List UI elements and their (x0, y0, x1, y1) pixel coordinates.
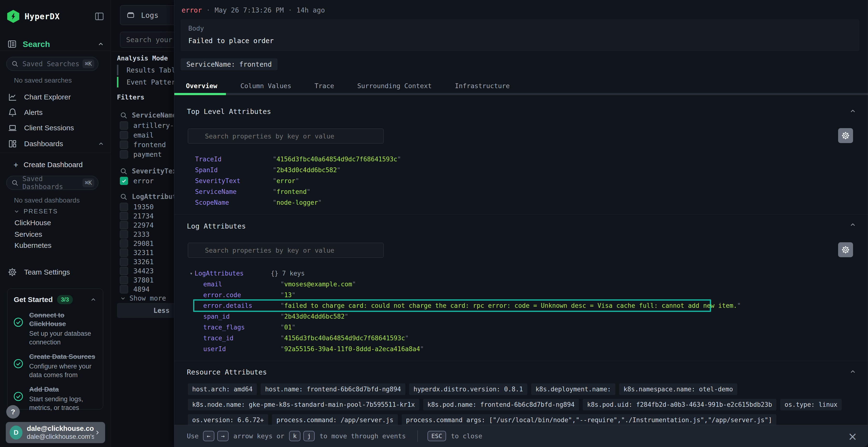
checkbox-checked[interactable] (120, 177, 128, 185)
chevron-up-icon[interactable] (849, 221, 857, 228)
attribute-key[interactable]: error.details (203, 302, 280, 309)
attribute-key[interactable]: email (203, 281, 280, 288)
sidebar-item-alerts[interactable]: Alerts (0, 105, 111, 120)
attribute-value[interactable]: 2b43d0c4dd6bc582 (280, 313, 348, 320)
attribute-key[interactable]: LogAttributes (194, 270, 271, 277)
gear-icon[interactable] (838, 242, 853, 257)
saved-searches-input[interactable]: Saved Searches ⌘K (6, 57, 98, 71)
get-started-item[interactable]: Add Data Start sending logs, metrics, or… (7, 381, 103, 414)
checkbox[interactable] (120, 203, 128, 211)
attribute-row[interactable]: trace_id4156d3fbc40a64854d9dc7f68641593c (188, 333, 851, 343)
checkbox[interactable] (120, 248, 128, 257)
chevron-up-icon[interactable] (849, 107, 857, 115)
filter-group-severitytext[interactable]: SeverityText (120, 167, 181, 175)
filter-option-error[interactable]: error (120, 177, 154, 185)
preset-clickhouse[interactable]: ClickHouse (14, 219, 51, 227)
checkbox[interactable] (120, 141, 128, 149)
resource-tag[interactable]: k8s.namespace.name: otel-demo (619, 383, 737, 395)
checkbox[interactable] (120, 212, 128, 220)
filter-option[interactable]: 2333 (120, 230, 150, 238)
resource-tag[interactable]: k8s.pod.name: frontend-6b6c8d7bfd-ng894 (423, 399, 579, 410)
presets-toggle[interactable]: PRESETS (13, 208, 58, 215)
sidebar-item-client-sessions[interactable]: Client Sessions (0, 121, 111, 135)
collapse-sidebar-icon[interactable] (94, 11, 104, 22)
attribute-key[interactable]: trace_flags (203, 324, 280, 331)
scrollbar-track[interactable] (867, 0, 868, 425)
team-settings-button[interactable]: Team Settings (0, 265, 111, 279)
chevron-up-icon[interactable] (90, 296, 97, 303)
sidebar-section-search[interactable]: Search (7, 38, 104, 50)
attribute-row[interactable]: SeverityTexterror (188, 175, 851, 186)
checkbox[interactable] (120, 230, 128, 238)
attribute-value[interactable]: 4156d3fbc40a64854d9dc7f68641593c (273, 156, 401, 163)
attribute-row[interactable]: userId92a55156-39a4-11f0-8ddd-a2eca416a8… (188, 343, 851, 354)
get-started-item[interactable]: Connect to ClickHouse Set up your databa… (7, 307, 103, 348)
show-more-button[interactable]: Show more (120, 294, 166, 302)
tab-surrounding-context[interactable]: Surrounding Context (357, 82, 432, 90)
attribute-value[interactable]: frontend (273, 188, 311, 195)
filter-option[interactable]: 37801 (120, 276, 154, 284)
tab-trace[interactable]: Trace (314, 82, 334, 90)
checkbox[interactable] (120, 239, 128, 248)
attribute-key[interactable]: ScopeName (195, 199, 273, 206)
filter-option[interactable]: 19350 (120, 203, 154, 211)
attribute-key[interactable]: error.code (203, 291, 280, 299)
resource-tag[interactable]: host.arch: amd64 (188, 383, 257, 395)
checkbox[interactable] (120, 122, 128, 130)
attribute-key[interactable]: ServiceName (195, 188, 273, 195)
checkbox[interactable] (120, 150, 128, 159)
filter-option[interactable]: payment (120, 150, 162, 159)
checkbox[interactable] (120, 258, 128, 266)
top-level-search-input[interactable] (188, 129, 383, 143)
service-name-tag[interactable]: ServiceName: frontend (181, 58, 278, 70)
tree-root-row[interactable]: ▾ LogAttributes {} 7 keys (188, 268, 851, 279)
resource-tag[interactable]: os.type: linux (780, 399, 842, 410)
resource-tag[interactable]: os.version: 6.6.72+ (188, 414, 268, 426)
filter-option[interactable]: 34423 (120, 267, 154, 275)
filter-option[interactable]: 22974 (120, 221, 154, 229)
preset-services[interactable]: Services (14, 230, 42, 238)
sidebar-item-chart-explorer[interactable]: Chart Explorer (0, 90, 111, 105)
chevron-up-icon[interactable] (98, 140, 104, 147)
filter-option[interactable]: 32311 (120, 248, 154, 257)
user-menu[interactable]: D dale@clickhouse.com dale@clickhouse.co… (6, 422, 105, 443)
checkbox[interactable] (120, 221, 128, 229)
attribute-row[interactable]: emailvmoses@example.com (188, 279, 851, 289)
tab-infrastructure[interactable]: Infrastructure (455, 82, 510, 90)
checkbox[interactable] (120, 267, 128, 275)
filter-group-servicename[interactable]: ServiceName (120, 111, 177, 119)
checkbox[interactable] (120, 285, 128, 294)
filter-option[interactable]: email (120, 131, 154, 139)
get-started-item[interactable]: Create Data Sources Configure where your… (7, 348, 103, 381)
filter-option[interactable]: 4894 (120, 285, 150, 294)
checkbox[interactable] (120, 131, 128, 139)
attribute-row[interactable]: trace_flags01 (188, 322, 851, 333)
attribute-key[interactable]: TraceId (195, 156, 273, 163)
attribute-value[interactable]: error (273, 177, 299, 184)
attribute-row-highlighted[interactable]: error.detailsfailed to charge card: coul… (194, 301, 710, 311)
gear-icon[interactable] (838, 128, 853, 143)
preset-kubernetes[interactable]: Kubernetes (14, 241, 51, 249)
attribute-value[interactable]: failed to charge card: could not charge … (280, 302, 741, 309)
attribute-value[interactable]: 2b43d0c4dd6bc582 (273, 166, 341, 174)
attribute-value[interactable]: 4156d3fbc40a64854d9dc7f68641593c (280, 335, 409, 342)
filter-option[interactable]: 29081 (120, 239, 154, 248)
resource-tag[interactable]: k8s.pod.uid: f284fb2d-a0b3-4634-991b-e2c… (583, 399, 776, 410)
attribute-key[interactable]: SeverityText (195, 177, 273, 184)
tab-overview[interactable]: Overview (186, 82, 217, 90)
attribute-row[interactable]: ServiceNamefrontend (188, 186, 851, 197)
attribute-row[interactable]: span_id2b43d0c4dd6bc582 (188, 311, 851, 322)
resource-tag[interactable]: process.command args: ["/usr/local/bin/n… (402, 414, 776, 426)
attribute-row[interactable]: TraceId4156d3fbc40a64854d9dc7f68641593c (188, 153, 851, 165)
attribute-value[interactable]: vmoses@example.com (280, 281, 356, 288)
attribute-key[interactable]: span_id (203, 313, 280, 320)
attribute-value[interactable]: node-logger (273, 199, 322, 206)
filter-option[interactable]: 21734 (120, 212, 154, 220)
attribute-key[interactable]: trace_id (203, 335, 280, 342)
attribute-value[interactable]: 92a55156-39a4-11f0-8ddd-a2eca416a8a4 (280, 345, 424, 353)
resource-tag[interactable]: k8s.deployment.name: (531, 383, 615, 395)
resource-tag[interactable]: process.command: /app/server.js (272, 414, 398, 426)
attribute-row[interactable]: ScopeNamenode-logger (188, 197, 851, 208)
attribute-key[interactable]: userId (203, 345, 280, 353)
help-button[interactable]: ? (6, 405, 20, 419)
